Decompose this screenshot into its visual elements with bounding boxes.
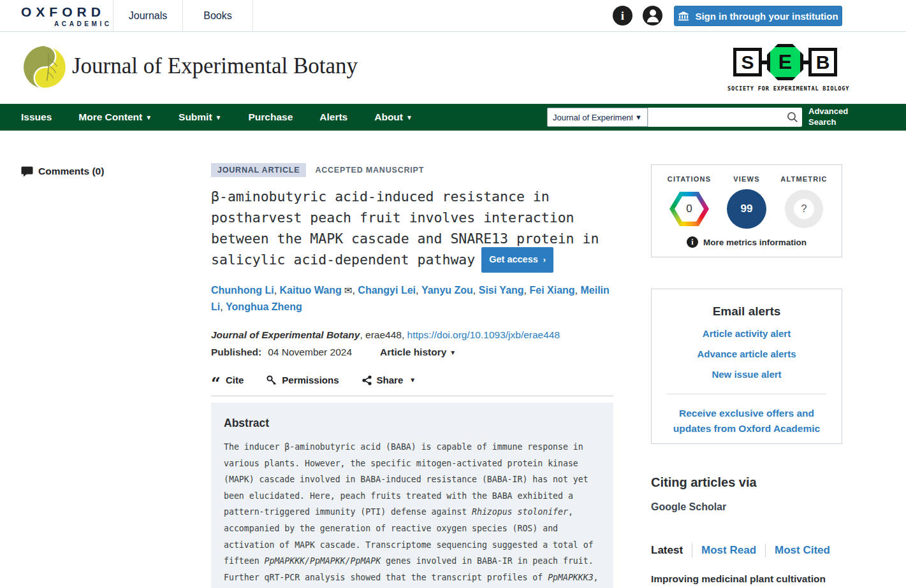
search-button[interactable] xyxy=(783,108,802,127)
tab-most-cited[interactable]: Most Cited xyxy=(775,544,830,557)
journal-nav-bar: IssuesMore Content▼Submit▼PurchaseAlerts… xyxy=(0,104,906,131)
nav-item-submit[interactable]: Submit▼ xyxy=(179,111,221,123)
accepted-manuscript-label: ACCEPTED MANUSCRIPT xyxy=(315,166,424,175)
get-access-button[interactable]: Get access› xyxy=(481,247,553,273)
chevron-down-icon: ▼ xyxy=(409,376,416,384)
comments-link[interactable]: Comments (0) xyxy=(21,166,104,177)
citations-value: 0 xyxy=(675,196,704,222)
more-metrics-label: More metrics information xyxy=(703,238,807,247)
search-scope-value: Journal of Experimental B xyxy=(553,113,632,122)
article-history-toggle[interactable]: Article history▼ xyxy=(380,347,456,358)
journal-article-badge: JOURNAL ARTICLE xyxy=(211,163,306,177)
citation-journal: Journal of Experimental Botany xyxy=(211,329,360,340)
more-metrics-link[interactable]: i More metrics information xyxy=(652,236,842,248)
search-scope-select[interactable]: Journal of Experimental B ▼ xyxy=(547,108,648,127)
citing-articles-heading: Citing articles via xyxy=(651,475,757,490)
cite-label: Cite xyxy=(226,375,244,385)
article-main: JOURNAL ARTICLE ACCEPTED MANUSCRIPT β-am… xyxy=(211,163,613,588)
top-nav-books[interactable]: Books xyxy=(183,0,253,31)
article-history-label: Article history xyxy=(380,347,446,357)
tab-latest[interactable]: Latest xyxy=(651,544,683,557)
seb-tagline: SOCIETY FOR EXPERIMENTAL BIOLOGY xyxy=(727,85,843,92)
citation-id: , erae448, xyxy=(360,329,407,340)
abstract-section: Abstract The inducer β-aminobutyric acid… xyxy=(211,403,613,588)
doi-link[interactable]: https://doi.org/10.1093/jxb/erae448 xyxy=(407,329,560,340)
email-alert-link[interactable]: Article activity alert xyxy=(652,328,842,339)
abstract-italic-term: PpMAPKKK/PpMAPKK/PpMAPK xyxy=(265,556,381,566)
offers-link[interactable]: Receive exclusive offers and updates fro… xyxy=(667,406,826,436)
author-link[interactable]: Yanyu Zou xyxy=(421,285,473,296)
nav-item-alerts[interactable]: Alerts xyxy=(319,111,347,123)
views-count-badge: 99 xyxy=(727,189,766,229)
advanced-search-line1: Advanced xyxy=(808,106,848,117)
views-label: VIEWS xyxy=(733,175,759,183)
share-icon xyxy=(362,375,372,385)
author-link[interactable]: Kaituo Wang xyxy=(280,285,342,296)
sign-in-button[interactable]: Sign in through your institution xyxy=(674,6,842,26)
abstract-text: The inducer β-aminobutyric acid (BABA) i… xyxy=(224,439,601,588)
advanced-search-link[interactable]: Advanced Search xyxy=(808,106,848,127)
share-label: Share xyxy=(377,375,404,385)
permissions-label: Permissions xyxy=(282,375,339,385)
jxb-leaf-logo[interactable] xyxy=(24,46,66,89)
speech-bubble-icon xyxy=(21,166,33,177)
top-bar: OXFORD ACADEMIC Journals Books i Sign in… xyxy=(0,0,906,32)
account-icon[interactable] xyxy=(643,6,662,25)
abstract-italic-term: PpMAPKKK3 xyxy=(548,573,593,582)
email-alert-link[interactable]: Advance article alerts xyxy=(652,348,842,359)
chevron-down-icon: ▼ xyxy=(216,114,222,121)
seb-letter-row: S E B xyxy=(727,44,843,80)
author-link[interactable]: Fei Xiang xyxy=(529,285,574,296)
views-metric: VIEWS 99 xyxy=(718,175,775,229)
tab-separator xyxy=(692,543,692,557)
nav-item-purchase[interactable]: Purchase xyxy=(249,111,293,123)
chevron-down-icon: ▼ xyxy=(635,113,642,121)
altmetric-label: ALTMETRIC xyxy=(780,175,828,183)
dimensions-badge-icon[interactable]: 0 xyxy=(669,191,709,227)
citations-metric: CITATIONS 0 xyxy=(661,175,718,229)
chevron-down-icon: ▼ xyxy=(406,114,413,121)
published-date: 04 November 2024 xyxy=(268,347,352,358)
tab-most-read[interactable]: Most Read xyxy=(701,544,756,557)
share-button[interactable]: Share ▼ xyxy=(362,375,416,385)
oxford-academic-logo[interactable]: OXFORD ACADEMIC xyxy=(21,4,112,27)
published-label: Published: xyxy=(211,347,261,358)
google-scholar-link[interactable]: Google Scholar xyxy=(651,501,726,513)
article-actions: “ Cite Permissions Share ▼ xyxy=(211,375,613,396)
email-alert-link[interactable]: New issue alert xyxy=(652,369,842,380)
author-link[interactable]: Sisi Yang xyxy=(479,285,524,296)
author-link[interactable]: Yonghua Zheng xyxy=(226,301,302,312)
author-link[interactable]: Changyi Lei xyxy=(358,285,416,296)
chevron-down-icon: ▼ xyxy=(145,114,152,121)
search-icon xyxy=(787,111,798,123)
seb-logo[interactable]: S E B SOCIETY FOR EXPERIMENTAL BIOLOGY xyxy=(727,44,843,92)
nav-item-about[interactable]: About▼ xyxy=(374,111,413,123)
abstract-heading: Abstract xyxy=(224,417,601,430)
permissions-button[interactable]: Permissions xyxy=(267,375,339,385)
info-icon: i xyxy=(687,236,698,248)
author-link[interactable]: Chunhong Li xyxy=(211,285,274,296)
citations-label: CITATIONS xyxy=(668,175,711,183)
citation-line: Journal of Experimental Botany, erae448,… xyxy=(211,329,613,341)
brand-line2: ACADEMIC xyxy=(54,20,112,27)
search-input[interactable] xyxy=(648,108,783,127)
published-line: Published: 04 November 2024 Article hist… xyxy=(211,347,613,358)
related-articles-tabs: LatestMost ReadMost Cited xyxy=(651,543,830,557)
abstract-segment: The inducer β-aminobutyric acid (BABA) i… xyxy=(224,442,588,517)
envelope-icon[interactable]: ✉ xyxy=(342,285,353,296)
info-icon[interactable]: i xyxy=(613,6,632,25)
abstract-italic-term: Rhizopus stolonifer xyxy=(472,507,568,517)
quote-icon: “ xyxy=(211,380,221,387)
search-group: Journal of Experimental B ▼ xyxy=(547,108,802,127)
related-article-item[interactable]: Improving medicinal plant cultivation th… xyxy=(651,571,842,588)
nav-item-more-content[interactable]: More Content▼ xyxy=(78,111,152,123)
email-alerts-panel: Email alerts Article activity alertAdvan… xyxy=(651,289,842,444)
top-nav-journals[interactable]: Journals xyxy=(113,0,183,31)
journal-title[interactable]: Journal of Experimental Botany xyxy=(72,54,358,79)
altmetric-donut-icon[interactable]: ? xyxy=(785,190,823,228)
cite-button[interactable]: “ Cite xyxy=(211,375,244,385)
divider xyxy=(667,394,826,394)
abstract-segment: , xyxy=(594,573,599,582)
get-access-label: Get access xyxy=(489,249,538,270)
nav-item-issues[interactable]: Issues xyxy=(21,111,52,123)
